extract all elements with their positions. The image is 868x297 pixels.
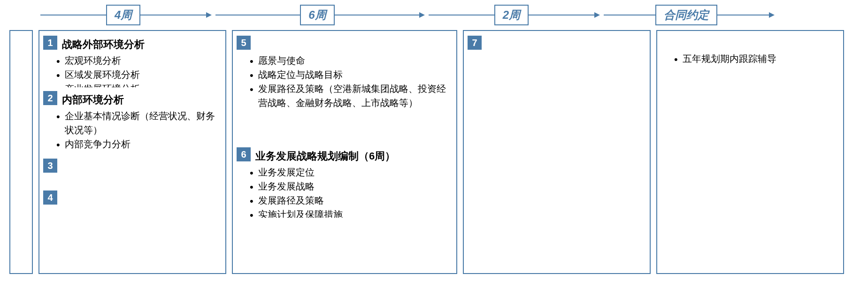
box-1: 1 战略外部环境分析 宏观环境分析 区域发展环境分析 产业发展环境分析 国企改革… <box>43 36 222 87</box>
box-num: 5 <box>237 36 251 50</box>
timeline-seg-4: 合同约定 <box>604 5 775 25</box>
time-label-3: 2周 <box>494 5 529 25</box>
phase-title-cell <box>9 30 33 274</box>
time-label-4: 合同约定 <box>655 5 717 25</box>
box-4: 4 <box>43 190 222 205</box>
phase-col-4: 五年规划期内跟踪辅导 <box>656 30 844 274</box>
timeline-seg-2: 6周 <box>215 5 424 25</box>
box-num: 6 <box>237 147 251 161</box>
box-title <box>255 38 449 52</box>
phases-row: 1 战略外部环境分析 宏观环境分析 区域发展环境分析 产业发展环境分析 国企改革… <box>9 30 859 274</box>
time-label-1: 4周 <box>106 5 140 25</box>
phase-col-3: 7 <box>463 30 651 274</box>
box-title: 业务发展战略规划编制（6周） <box>255 149 449 163</box>
box-items: 五年规划期内跟踪辅导 <box>665 52 836 66</box>
box-5: 5 愿景与使命 战略定位与战略目标 发展路径及策略（空港新城集团战略、投资经营战… <box>237 36 453 134</box>
box-num: 1 <box>43 36 57 50</box>
timeline-row: 4周 6周 2周 合同约定 <box>9 5 859 25</box>
timeline-seg-3: 2周 <box>429 5 600 25</box>
box-items: 企业基本情况诊断（经营状况、财务状况等） 内部竞争力分析 <box>47 109 218 151</box>
box-3: 3 <box>43 159 222 187</box>
box-7: 7 <box>468 36 646 55</box>
box-2: 2 内部环境分析 企业基本情况诊断（经营状况、财务状况等） 内部竞争力分析 <box>43 91 222 155</box>
phase-col-1: 1 战略外部环境分析 宏观环境分析 区域发展环境分析 产业发展环境分析 国企改革… <box>38 30 226 274</box>
box-items: 愿景与使命 战略定位与战略目标 发展路径及策略（空港新城集团战略、投资经营战略、… <box>240 53 449 110</box>
box-8: 五年规划期内跟踪辅导 <box>661 50 839 69</box>
box-num: 3 <box>43 159 57 173</box>
box-title <box>486 38 642 52</box>
box-num: 2 <box>43 91 57 105</box>
timeline-seg-1: 4周 <box>40 5 212 25</box>
box-6: 6 业务发展战略规划编制（6周） 业务发展定位 业务发展战略 发展路径及策略 实… <box>237 147 453 218</box>
box-num: 4 <box>43 190 57 205</box>
box-num: 7 <box>468 36 482 50</box>
time-label-2: 6周 <box>300 5 334 25</box>
phase-col-2: 5 愿景与使命 战略定位与战略目标 发展路径及策略（空港新城集团战略、投资经营战… <box>232 30 457 274</box>
box-title: 战略外部环境分析 <box>62 38 218 52</box>
box-items: 宏观环境分析 区域发展环境分析 产业发展环境分析 国企改革政策分析 <box>47 53 218 87</box>
box-items: 业务发展定位 业务发展战略 发展路径及策略 实施计划及保障措施 <box>240 165 449 218</box>
box-title: 内部环境分析 <box>62 93 218 107</box>
